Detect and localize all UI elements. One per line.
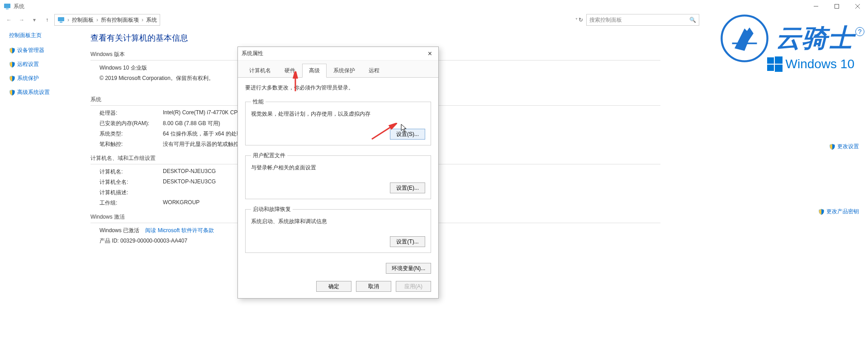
row-description: 计算机描述: [100,189,850,196]
label: 已安装的内存(RAM): [100,120,163,127]
link-label: 更改产品密钥 [826,208,859,215]
search-input[interactable]: 搜索控制面板 🔍 [586,14,699,26]
dialog-body: 要进行大多数更改，你必须作为管理员登录。 性能 视觉效果，处理器计划，内存使用，… [238,78,438,263]
navbar: ← → ▾ ↑ › 控制面板 › 所有控制面板项 › 系统 ˅ ↻ 搜索控制面板… [0,13,868,27]
up-button[interactable]: ↑ [42,14,52,25]
page-title: 查看有关计算机的基本信息 [90,33,850,43]
sidebar-item-protection[interactable]: 系统保护 [9,75,81,82]
breadcrumb[interactable]: › 控制面板 › 所有控制面板项 › 系统 [54,14,160,26]
license-link[interactable]: 阅读 Microsoft 软件许可条款 [145,227,213,234]
product-id-value: 00329-00000-00003-AA407 [120,238,187,244]
tab-advanced[interactable]: 高级 [302,64,327,78]
value: Intel(R) Core(TM) i7-4770K CPU [163,109,242,117]
shield-icon [829,144,835,150]
search-icon: 🔍 [689,17,696,23]
label: 计算机描述: [100,189,163,196]
startup-desc: 系统启动、系统故障和调试信息 [251,218,425,225]
shield-icon [9,75,15,82]
legend-performance: 性能 [251,98,266,106]
row-full-name: 计算机全名:DESKTOP-NJEU3CG [100,178,850,186]
system-icon [4,3,11,10]
label: 笔和触控: [100,140,163,148]
legend-startup: 启动和故障恢复 [251,206,293,213]
crumb-all-items[interactable]: 所有控制面板项 [101,16,139,24]
sidebar-home[interactable]: 控制面板主页 [9,32,81,39]
sidebar-item-label: 系统保护 [17,75,39,82]
refresh-icon: ↻ [579,17,583,23]
row-system-type: 系统类型:64 位操作系统，基于 x64 的处理 [100,130,850,138]
minimize-button[interactable] [806,0,826,13]
crumb-control-panel[interactable]: 控制面板 [72,16,94,24]
svg-rect-6 [58,17,64,21]
value: 没有可用于此显示器的笔或触控输 [163,140,244,148]
svg-rect-7 [60,22,62,23]
performance-settings-button[interactable]: 设置(S)... [390,129,425,140]
activation-line: Windows 已激活 阅读 Microsoft 软件许可条款 [100,227,850,234]
chevron-right-icon: › [66,17,70,23]
row-computer-name: 计算机名:DESKTOP-NJEU3CG [100,168,850,176]
maximize-button[interactable] [826,0,847,13]
forward-button[interactable]: → [16,14,27,25]
system-properties-dialog: 系统属性 × 计算机名 硬件 高级 系统保护 远程 要进行大多数更改，你必须作为… [237,47,439,299]
row-workgroup: 工作组:WORKGROUP [100,199,850,207]
content: 查看有关计算机的基本信息 Windows 版本 Windows 10 企业版 ©… [81,27,868,360]
tab-protection[interactable]: 系统保护 [327,64,362,78]
link-label: 更改设置 [837,143,859,150]
fieldset-performance: 性能 视觉效果，处理器计划，内存使用，以及虚拟内存 设置(S)... [245,98,431,145]
tab-remote[interactable]: 远程 [362,64,386,78]
product-id-line: 产品 ID: 00329-00000-00003-AA407 [100,237,850,245]
change-key-link[interactable]: 更改产品密钥 [818,208,859,215]
copyright: © 2019 Microsoft Corporation。保留所有权利。 [100,75,850,82]
dialog-close-button[interactable]: × [425,50,435,58]
titlebar: 系统 [0,0,868,13]
recent-dropdown[interactable]: ▾ [29,14,40,25]
change-settings-link[interactable]: 更改设置 [829,143,859,150]
chevron-right-icon: › [141,17,144,23]
label: 计算机全名: [100,178,163,186]
window-controls [806,0,868,13]
user-profile-settings-button[interactable]: 设置(E)... [390,182,425,193]
edition-name: Windows 10 企业版 [100,64,850,72]
tab-computer-name[interactable]: 计算机名 [242,64,278,78]
sidebar-item-remote[interactable]: 远程设置 [9,61,81,68]
shield-icon [9,47,15,54]
tab-hardware[interactable]: 硬件 [278,64,302,78]
dialog-hint: 要进行大多数更改，你必须作为管理员登录。 [245,84,431,92]
label: 工作组: [100,199,163,207]
value: DESKTOP-NJEU3CG [163,178,216,186]
dialog-footer: 确定 取消 应用(A) [238,276,438,298]
value: DESKTOP-NJEU3CG [163,168,216,176]
cancel-button[interactable]: 取消 [356,281,391,292]
back-button[interactable]: ← [4,14,14,25]
shield-icon [818,209,825,215]
sidebar-item-label: 高级系统设置 [17,89,50,96]
label: 处理器: [100,109,163,117]
row-pen-touch: 笔和触控:没有可用于此显示器的笔或触控输 [100,140,850,148]
row-ram: 已安装的内存(RAM):8.00 GB (7.88 GB 可用) [100,120,850,127]
sidebar-item-device-manager[interactable]: 设备管理器 [9,47,81,54]
label: 计算机名: [100,168,163,176]
activation-status: Windows 已激活 [100,227,139,234]
crumb-system[interactable]: 系统 [146,16,157,24]
sidebar-item-label: 设备管理器 [17,47,44,54]
startup-settings-button[interactable]: 设置(T)... [390,236,425,247]
value: 64 位操作系统，基于 x64 的处理 [163,130,242,138]
shield-icon [9,89,15,96]
close-button[interactable] [847,0,868,13]
ok-button[interactable]: 确定 [316,281,351,292]
apply-button[interactable]: 应用(A) [396,281,431,292]
svg-rect-3 [835,5,839,9]
sidebar-item-advanced[interactable]: 高级系统设置 [9,89,81,96]
value: WORKGROUP [163,199,199,207]
dialog-titlebar[interactable]: 系统属性 × [238,47,438,61]
legend-user-profile: 用户配置文件 [251,152,287,159]
fieldset-user-profile: 用户配置文件 与登录帐户相关的桌面设置 设置(E)... [245,152,431,199]
refresh-button[interactable]: ˅ ↻ [574,14,584,25]
shield-icon [9,61,15,68]
user-profile-desc: 与登录帐户相关的桌面设置 [251,164,425,172]
chevron-down-icon: ˅ [575,18,578,23]
search-placeholder: 搜索控制面板 [589,16,622,24]
env-vars-button[interactable]: 环境变量(N)... [386,263,431,274]
monitor-icon [57,16,65,23]
row-processor: 处理器:Intel(R) Core(TM) i7-4770K CPU [100,109,850,117]
